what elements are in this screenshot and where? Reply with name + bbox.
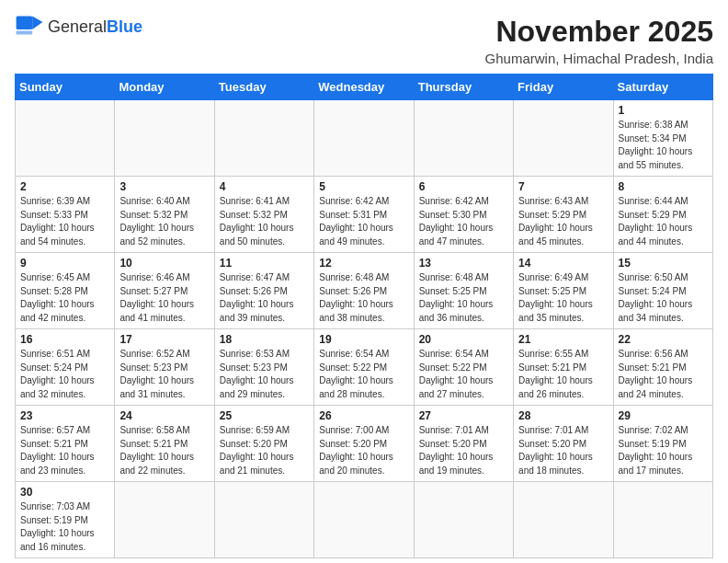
calendar-cell <box>214 482 313 558</box>
calendar-week-row: 30Sunrise: 7:03 AM Sunset: 5:19 PM Dayli… <box>16 482 713 558</box>
day-number: 24 <box>119 409 209 422</box>
calendar: SundayMondayTuesdayWednesdayThursdayFrid… <box>15 74 713 558</box>
day-number: 12 <box>319 257 408 270</box>
calendar-cell <box>514 482 613 558</box>
day-info: Sunrise: 7:01 AM Sunset: 5:20 PM Dayligh… <box>419 424 508 477</box>
day-info: Sunrise: 6:39 AM Sunset: 5:33 PM Dayligh… <box>20 195 109 248</box>
calendar-cell: 23Sunrise: 6:57 AM Sunset: 5:21 PM Dayli… <box>16 406 115 482</box>
calendar-cell: 1Sunrise: 6:38 AM Sunset: 5:34 PM Daylig… <box>613 100 712 177</box>
day-info: Sunrise: 7:02 AM Sunset: 5:19 PM Dayligh… <box>619 424 708 477</box>
day-number: 19 <box>319 333 408 346</box>
day-number: 22 <box>619 333 708 346</box>
day-number: 28 <box>518 409 608 422</box>
weekday-header: Sunday <box>16 75 115 100</box>
logo-text: GeneralBlue <box>48 17 142 38</box>
calendar-cell <box>115 482 214 558</box>
page-header: GeneralBlue November 2025 Ghumarwin, Him… <box>15 15 713 66</box>
weekday-header: Friday <box>514 75 613 100</box>
day-number: 9 <box>20 257 109 270</box>
calendar-cell: 3Sunrise: 6:40 AM Sunset: 5:32 PM Daylig… <box>115 177 214 253</box>
day-info: Sunrise: 7:01 AM Sunset: 5:20 PM Dayligh… <box>518 424 608 477</box>
calendar-cell: 8Sunrise: 6:44 AM Sunset: 5:29 PM Daylig… <box>613 177 712 253</box>
day-number: 13 <box>419 257 508 270</box>
day-number: 4 <box>220 180 309 193</box>
day-info: Sunrise: 6:46 AM Sunset: 5:27 PM Dayligh… <box>119 271 209 325</box>
day-number: 10 <box>119 257 209 270</box>
day-number: 15 <box>619 257 708 270</box>
day-info: Sunrise: 6:53 AM Sunset: 5:23 PM Dayligh… <box>220 348 309 401</box>
calendar-cell: 30Sunrise: 7:03 AM Sunset: 5:19 PM Dayli… <box>16 482 115 558</box>
calendar-cell: 27Sunrise: 7:01 AM Sunset: 5:20 PM Dayli… <box>414 406 513 482</box>
calendar-cell <box>314 100 414 177</box>
day-info: Sunrise: 6:47 AM Sunset: 5:26 PM Dayligh… <box>220 271 309 325</box>
day-number: 27 <box>419 409 508 422</box>
day-info: Sunrise: 6:45 AM Sunset: 5:28 PM Dayligh… <box>20 271 109 325</box>
day-info: Sunrise: 6:41 AM Sunset: 5:32 PM Dayligh… <box>220 195 309 248</box>
day-info: Sunrise: 7:03 AM Sunset: 5:19 PM Dayligh… <box>20 500 109 554</box>
calendar-cell: 19Sunrise: 6:54 AM Sunset: 5:22 PM Dayli… <box>314 329 414 406</box>
day-number: 25 <box>220 409 309 422</box>
calendar-cell: 2Sunrise: 6:39 AM Sunset: 5:33 PM Daylig… <box>16 177 115 253</box>
calendar-cell: 7Sunrise: 6:43 AM Sunset: 5:29 PM Daylig… <box>514 177 613 253</box>
day-info: Sunrise: 6:52 AM Sunset: 5:23 PM Dayligh… <box>119 348 209 401</box>
day-info: Sunrise: 6:54 AM Sunset: 5:22 PM Dayligh… <box>419 348 508 401</box>
weekday-header: Thursday <box>414 75 513 100</box>
calendar-week-row: 23Sunrise: 6:57 AM Sunset: 5:21 PM Dayli… <box>16 406 713 482</box>
calendar-cell: 26Sunrise: 7:00 AM Sunset: 5:20 PM Dayli… <box>314 406 414 482</box>
calendar-week-row: 2Sunrise: 6:39 AM Sunset: 5:33 PM Daylig… <box>16 177 713 253</box>
svg-rect-0 <box>17 17 33 29</box>
day-number: 7 <box>518 180 608 193</box>
calendar-cell: 16Sunrise: 6:51 AM Sunset: 5:24 PM Dayli… <box>16 329 115 406</box>
day-number: 29 <box>619 409 708 422</box>
day-number: 1 <box>619 104 708 117</box>
day-info: Sunrise: 6:42 AM Sunset: 5:30 PM Dayligh… <box>419 195 508 248</box>
calendar-cell: 20Sunrise: 6:54 AM Sunset: 5:22 PM Dayli… <box>414 329 513 406</box>
day-info: Sunrise: 6:40 AM Sunset: 5:32 PM Dayligh… <box>119 195 209 248</box>
calendar-cell: 22Sunrise: 6:56 AM Sunset: 5:21 PM Dayli… <box>613 329 712 406</box>
day-number: 21 <box>518 333 608 346</box>
calendar-cell: 6Sunrise: 6:42 AM Sunset: 5:30 PM Daylig… <box>414 177 513 253</box>
calendar-cell: 13Sunrise: 6:48 AM Sunset: 5:25 PM Dayli… <box>414 253 513 329</box>
day-number: 17 <box>119 333 209 346</box>
day-info: Sunrise: 6:58 AM Sunset: 5:21 PM Dayligh… <box>119 424 209 477</box>
day-number: 20 <box>419 333 508 346</box>
weekday-header: Monday <box>115 75 214 100</box>
logo: GeneralBlue <box>15 15 142 40</box>
day-number: 5 <box>319 180 408 193</box>
day-info: Sunrise: 6:49 AM Sunset: 5:25 PM Dayligh… <box>518 271 608 325</box>
calendar-cell <box>514 100 613 177</box>
day-number: 11 <box>220 257 309 270</box>
weekday-header: Tuesday <box>214 75 313 100</box>
calendar-cell: 5Sunrise: 6:42 AM Sunset: 5:31 PM Daylig… <box>314 177 414 253</box>
calendar-cell <box>16 100 115 177</box>
day-info: Sunrise: 6:44 AM Sunset: 5:29 PM Dayligh… <box>619 195 708 248</box>
day-number: 30 <box>20 486 109 499</box>
calendar-cell <box>613 482 712 558</box>
weekday-header-row: SundayMondayTuesdayWednesdayThursdayFrid… <box>16 75 713 100</box>
day-info: Sunrise: 6:48 AM Sunset: 5:25 PM Dayligh… <box>419 271 508 325</box>
calendar-cell: 28Sunrise: 7:01 AM Sunset: 5:20 PM Dayli… <box>514 406 613 482</box>
day-number: 26 <box>319 409 408 422</box>
calendar-cell: 24Sunrise: 6:58 AM Sunset: 5:21 PM Dayli… <box>115 406 214 482</box>
svg-rect-2 <box>17 31 33 35</box>
location: Ghumarwin, Himachal Pradesh, India <box>485 51 713 66</box>
title-block: November 2025 Ghumarwin, Himachal Prades… <box>485 15 713 66</box>
day-number: 8 <box>619 180 708 193</box>
calendar-cell <box>414 100 513 177</box>
day-info: Sunrise: 6:43 AM Sunset: 5:29 PM Dayligh… <box>518 195 608 248</box>
calendar-cell: 4Sunrise: 6:41 AM Sunset: 5:32 PM Daylig… <box>214 177 313 253</box>
calendar-cell: 25Sunrise: 6:59 AM Sunset: 5:20 PM Dayli… <box>214 406 313 482</box>
svg-marker-1 <box>32 17 42 29</box>
calendar-cell: 29Sunrise: 7:02 AM Sunset: 5:19 PM Dayli… <box>613 406 712 482</box>
day-info: Sunrise: 6:55 AM Sunset: 5:21 PM Dayligh… <box>518 348 608 401</box>
calendar-cell: 12Sunrise: 6:48 AM Sunset: 5:26 PM Dayli… <box>314 253 414 329</box>
calendar-cell: 15Sunrise: 6:50 AM Sunset: 5:24 PM Dayli… <box>613 253 712 329</box>
day-info: Sunrise: 6:42 AM Sunset: 5:31 PM Dayligh… <box>319 195 408 248</box>
calendar-cell: 14Sunrise: 6:49 AM Sunset: 5:25 PM Dayli… <box>514 253 613 329</box>
day-info: Sunrise: 6:50 AM Sunset: 5:24 PM Dayligh… <box>619 271 708 325</box>
calendar-cell: 10Sunrise: 6:46 AM Sunset: 5:27 PM Dayli… <box>115 253 214 329</box>
day-number: 14 <box>518 257 608 270</box>
weekday-header: Saturday <box>613 75 712 100</box>
calendar-cell: 18Sunrise: 6:53 AM Sunset: 5:23 PM Dayli… <box>214 329 313 406</box>
day-info: Sunrise: 6:59 AM Sunset: 5:20 PM Dayligh… <box>220 424 309 477</box>
